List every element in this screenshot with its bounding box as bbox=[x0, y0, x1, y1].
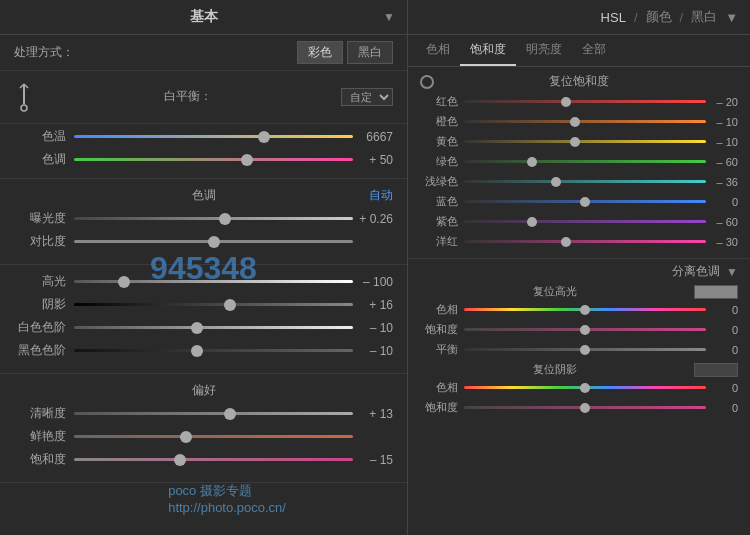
color-thumb-purple[interactable] bbox=[527, 217, 537, 227]
exposure-slider[interactable] bbox=[74, 211, 353, 227]
color-slider-purple[interactable] bbox=[464, 215, 706, 229]
right-panel-arrow-icon[interactable]: ▼ bbox=[725, 10, 738, 25]
tint-track bbox=[74, 158, 353, 161]
ts-shadow-hue-slider[interactable] bbox=[464, 381, 706, 395]
saturation-value: – 15 bbox=[353, 453, 393, 467]
color-slider-blue[interactable] bbox=[464, 195, 706, 209]
color-slider-green[interactable] bbox=[464, 155, 706, 169]
ts-shadow-hue-thumb[interactable] bbox=[580, 383, 590, 393]
color-value-purple: – 60 bbox=[710, 216, 738, 228]
tab-brightness[interactable]: 明亮度 bbox=[516, 35, 572, 66]
temp-track bbox=[74, 135, 353, 138]
tint-thumb[interactable] bbox=[241, 154, 253, 166]
white-thumb[interactable] bbox=[191, 322, 203, 334]
ts-balance-slider[interactable] bbox=[464, 343, 706, 357]
saturation-track bbox=[74, 458, 353, 461]
color-slider-aqua[interactable] bbox=[464, 175, 706, 189]
highlight-row: 高光 – 100 bbox=[14, 273, 393, 290]
color-slider-red[interactable] bbox=[464, 95, 706, 109]
color-thumb-orange[interactable] bbox=[570, 117, 580, 127]
wb-center: 白平衡： bbox=[34, 88, 341, 107]
color-thumb-blue[interactable] bbox=[580, 197, 590, 207]
color-thumb-green[interactable] bbox=[527, 157, 537, 167]
shadow-slider[interactable] bbox=[74, 297, 353, 313]
highlight-slider[interactable] bbox=[74, 274, 353, 290]
auto-button[interactable]: 自动 bbox=[369, 187, 393, 204]
tint-slider[interactable] bbox=[74, 152, 353, 168]
tone-split-arrow-icon[interactable]: ▼ bbox=[726, 265, 738, 279]
process-color-button[interactable]: 彩色 bbox=[297, 41, 343, 64]
exposure-thumb[interactable] bbox=[219, 213, 231, 225]
vibrance-row: 鲜艳度 bbox=[14, 428, 393, 445]
exposure-value: + 0.26 bbox=[353, 212, 393, 226]
color-label-aqua: 浅绿色 bbox=[420, 174, 458, 189]
temp-slider[interactable] bbox=[74, 129, 353, 145]
temp-value: 6667 bbox=[353, 130, 393, 144]
highlight-value: – 100 bbox=[353, 275, 393, 289]
black-slider[interactable] bbox=[74, 343, 353, 359]
ts-sat-slider[interactable] bbox=[464, 323, 706, 337]
color-track-aqua bbox=[464, 180, 706, 183]
tab-hue[interactable]: 色相 bbox=[416, 35, 460, 66]
shadow-label: 阴影 bbox=[14, 296, 66, 313]
left-panel-arrow-icon[interactable]: ▼ bbox=[383, 10, 395, 24]
clarity-slider[interactable] bbox=[74, 406, 353, 422]
highlight-track bbox=[74, 280, 353, 283]
color-label-red: 红色 bbox=[420, 94, 458, 109]
color-thumb-aqua[interactable] bbox=[551, 177, 561, 187]
ts-hue-slider[interactable] bbox=[464, 303, 706, 317]
vibrance-thumb[interactable] bbox=[180, 431, 192, 443]
color-track-green bbox=[464, 160, 706, 163]
shadow-reset-label: 复位阴影 bbox=[420, 362, 690, 377]
right-header: HSL / 颜色 / 黑白 ▼ bbox=[408, 0, 750, 35]
divider1: / bbox=[634, 10, 638, 25]
white-slider[interactable] bbox=[74, 320, 353, 336]
tones-section: 高光 – 100 阴影 + 16 白色色阶 bbox=[0, 265, 407, 374]
color-track-blue bbox=[464, 200, 706, 203]
tab-saturation[interactable]: 饱和度 bbox=[460, 35, 516, 66]
ts-hue-track bbox=[464, 308, 706, 311]
poco-watermark: poco 摄影专题 http://photo.poco.cn/ bbox=[168, 482, 286, 515]
vibrance-track bbox=[74, 435, 353, 438]
bw-label: 黑白 bbox=[691, 8, 717, 26]
clarity-thumb[interactable] bbox=[224, 408, 236, 420]
ts-hue-thumb[interactable] bbox=[580, 305, 590, 315]
ts-balance-label: 平衡 bbox=[420, 342, 458, 357]
saturation-slider[interactable] bbox=[74, 452, 353, 468]
saturation-thumb[interactable] bbox=[174, 454, 186, 466]
tint-label: 色调 bbox=[14, 151, 66, 168]
hsl-label: HSL bbox=[601, 10, 626, 25]
ts-balance-thumb[interactable] bbox=[580, 345, 590, 355]
tone-split-title: 分离色调 bbox=[420, 263, 720, 280]
tone-section: 色调 自动 曝光度 + 0.26 对比度 bbox=[0, 179, 407, 265]
wb-eyedropper-icon[interactable] bbox=[14, 77, 34, 117]
ts-shadow-sat-thumb[interactable] bbox=[580, 403, 590, 413]
color-value-red: – 20 bbox=[710, 96, 738, 108]
ts-hue-label: 色相 bbox=[420, 302, 458, 317]
process-bw-button[interactable]: 黑白 bbox=[347, 41, 393, 64]
ts-hue-value: 0 bbox=[710, 304, 738, 316]
highlight-thumb[interactable] bbox=[118, 276, 130, 288]
clarity-value: + 13 bbox=[353, 407, 393, 421]
black-label: 黑色色阶 bbox=[14, 342, 66, 359]
ts-sat-thumb[interactable] bbox=[580, 325, 590, 335]
contrast-thumb[interactable] bbox=[208, 236, 220, 248]
highlight-color-box[interactable] bbox=[694, 285, 738, 299]
color-slider-yellow[interactable] bbox=[464, 135, 706, 149]
wb-select[interactable]: 自定 bbox=[341, 88, 393, 106]
contrast-slider[interactable] bbox=[74, 234, 353, 250]
color-thumb-yellow[interactable] bbox=[570, 137, 580, 147]
vibrance-slider[interactable] bbox=[74, 429, 353, 445]
black-thumb[interactable] bbox=[191, 345, 203, 357]
tab-all[interactable]: 全部 bbox=[572, 35, 616, 66]
temp-thumb[interactable] bbox=[258, 131, 270, 143]
shadow-thumb[interactable] bbox=[224, 299, 236, 311]
ts-shadow-sat-slider[interactable] bbox=[464, 401, 706, 415]
color-thumb-magenta[interactable] bbox=[561, 237, 571, 247]
color-thumb-red[interactable] bbox=[561, 97, 571, 107]
color-slider-orange[interactable] bbox=[464, 115, 706, 129]
shadow-color-box[interactable] bbox=[694, 363, 738, 377]
right-panel: HSL / 颜色 / 黑白 ▼ 色相 饱和度 明亮度 全部 复位饱和度 红色 – bbox=[408, 0, 750, 535]
tone-split-title-row: 分离色调 ▼ bbox=[420, 263, 738, 280]
color-slider-magenta[interactable] bbox=[464, 235, 706, 249]
